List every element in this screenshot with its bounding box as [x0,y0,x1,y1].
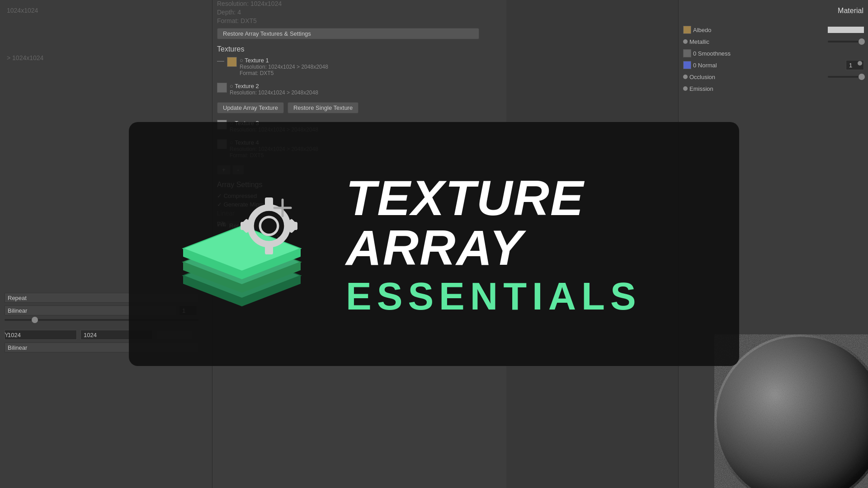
svg-rect-10 [265,245,273,254]
smoothness-swatch [683,49,691,57]
texture-thumb-1 [227,57,237,67]
metallic-row: Metallic [683,37,864,47]
res-label-1: 1024x1024 [7,7,38,14]
logo-svg [165,167,319,321]
title-line-1: TEXTURE ARRAY [346,173,703,272]
emission-label: Emission [689,85,864,92]
metallic-slider[interactable] [828,41,864,42]
text-area: TEXTURE ARRAY ESSENTIALS [346,173,703,315]
texture-row-1: — ○ Texture 1 Resolution: 1024x1024 > 20… [217,57,502,76]
emission-row: Emission [683,84,864,94]
textures-heading: Textures [217,45,502,53]
title-line-2: ESSENTIALS [346,277,703,315]
depth-info: Depth: 4 [217,9,479,16]
material-title: Material [838,7,863,15]
metallic-label: Metallic [689,38,828,45]
normal-row: 0 Normal 1 [683,60,864,70]
occlusion-thumb[interactable] [859,74,865,80]
svg-rect-9 [265,197,273,206]
albedo-swatch [683,26,691,34]
svg-point-0 [717,337,868,488]
texture-2-res: Resolution: 1024x1024 > 2048x2048 [230,89,318,96]
restore-single-button[interactable]: Restore Single Texture [288,102,359,113]
update-button[interactable]: Update Array Texture [217,102,284,113]
texture-thumb-2 [217,83,227,93]
top-info: Resolution: 1024x1024 Depth: 4 Format: D… [217,0,479,39]
occlusion-dot [683,75,688,79]
smoothness-row: 0 Smoothness [683,48,864,58]
slider-thumb[interactable] [32,317,38,323]
action-buttons: Update Array Texture Restore Single Text… [217,102,502,113]
metallic-dot [683,39,688,44]
albedo-label: Albedo [693,27,828,33]
res-label-2: > 1024x1024 [7,54,43,61]
albedo-row: Albedo [683,25,864,35]
texture-row-2: ○ Texture 2 Resolution: 1024x1024 > 2048… [217,83,502,96]
occlusion-slider[interactable] [828,76,864,78]
restore-button[interactable]: Restore Array Textures & Settings [217,28,479,39]
occlusion-row: Occlusion [683,72,864,82]
material-properties: Albedo Metallic 0 Smoothness 0 Normal [683,25,864,94]
normal-slider-thumb[interactable] [858,60,864,66]
albedo-bar [828,27,864,33]
smoothness-label: 0 Smoothness [693,50,864,57]
svg-point-8 [260,217,278,235]
texture-1-res: Resolution: 1024x1024 > 2048x2048 [240,64,328,70]
normal-swatch [683,61,691,69]
plus-icon [274,200,291,216]
occlusion-label: Occlusion [689,74,828,80]
x-input[interactable]: 1024 [5,330,77,340]
metallic-thumb[interactable] [859,38,865,45]
format-info: Format: DXT5 [217,17,479,24]
normal-label: 0 Normal [693,62,846,69]
y-label: Y [5,331,9,338]
texture-1-fmt: Format: DXT5 [240,70,328,76]
overlay-card: TEXTURE ARRAY ESSENTIALS [129,122,739,366]
emission-dot [683,86,688,91]
logo-area [165,167,319,321]
texture-1-name: ○ Texture 1 [240,57,328,64]
res-info: Resolution: 1024x1024 [217,0,479,7]
texture-2-name: ○ Texture 2 [230,83,318,89]
